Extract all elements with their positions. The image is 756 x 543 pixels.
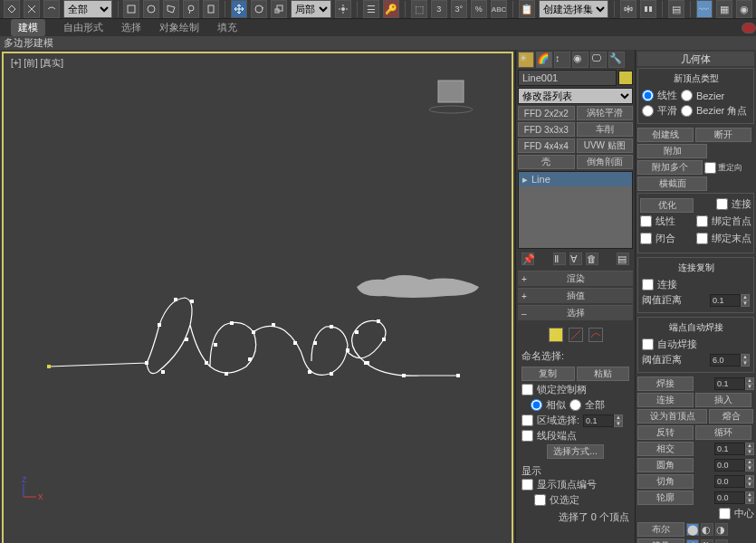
- create-tab-icon[interactable]: ☀: [518, 52, 534, 68]
- align-icon[interactable]: [640, 0, 656, 18]
- pin-stack-icon[interactable]: 📌: [522, 252, 534, 265]
- weld-button[interactable]: 焊接: [637, 376, 694, 391]
- bindlast-checkbox[interactable]: [696, 233, 708, 244]
- fuse-button[interactable]: 熔合: [709, 409, 753, 424]
- mirror-both-icon[interactable]: ⤨: [715, 539, 728, 543]
- mirror-v-icon[interactable]: ⇅: [701, 539, 713, 543]
- make-unique-icon[interactable]: ∀: [569, 252, 582, 265]
- tab-objectpaint[interactable]: 对象绘制: [159, 21, 199, 34]
- bool-button[interactable]: 布尔: [637, 522, 684, 537]
- bind-icon[interactable]: [43, 0, 60, 18]
- spinner-snap-icon[interactable]: %: [471, 0, 487, 18]
- attachmulti-button[interactable]: 附加多个: [637, 160, 703, 175]
- selonly-checkbox[interactable]: [534, 494, 546, 506]
- tab-populate[interactable]: 填充: [217, 21, 237, 34]
- weld-spinner[interactable]: [714, 377, 745, 390]
- subobj-segment-icon[interactable]: [569, 328, 583, 342]
- abc-icon[interactable]: ABC: [491, 0, 507, 18]
- similar-radio[interactable]: [531, 399, 542, 411]
- coord-dropdown[interactable]: 局部: [291, 0, 331, 18]
- object-color-swatch[interactable]: [618, 71, 633, 85]
- show-vertnum-checkbox[interactable]: [522, 479, 533, 491]
- vtype-linear-radio[interactable]: [642, 90, 654, 101]
- mod-bevelprofile[interactable]: 倒角剖面: [577, 155, 634, 169]
- curve-editor-icon[interactable]: 〰: [696, 0, 713, 18]
- cycle-button[interactable]: 循环: [695, 425, 751, 440]
- named-sel-list-icon[interactable]: 📋: [519, 0, 535, 18]
- mirror-h-icon[interactable]: ⇄: [686, 539, 699, 543]
- motion-tab-icon[interactable]: ◉: [572, 52, 589, 68]
- mod-uvwmap[interactable]: UVW 贴图: [577, 138, 634, 153]
- area-select-spinner[interactable]: [583, 414, 614, 427]
- vtype-beziercorner-radio[interactable]: [681, 105, 693, 117]
- manip-icon[interactable]: ☰: [363, 0, 379, 18]
- mirror-icon[interactable]: [620, 0, 636, 18]
- select-by-button[interactable]: 选择方式...: [547, 444, 603, 459]
- layers-icon[interactable]: ▤: [668, 0, 684, 18]
- record-toggle[interactable]: [742, 23, 756, 33]
- bindfirst-checkbox[interactable]: [696, 215, 708, 227]
- configure-icon[interactable]: ▤: [617, 252, 629, 265]
- bool-union-icon[interactable]: ⬤: [686, 523, 699, 536]
- center-checkbox[interactable]: [719, 508, 731, 519]
- keymode-icon[interactable]: 🔑: [383, 0, 399, 18]
- rollout-interp-header[interactable]: 插值: [518, 289, 633, 303]
- select-rect-icon[interactable]: [123, 0, 139, 18]
- bool-intersect-icon[interactable]: ◑: [715, 523, 728, 536]
- setfirst-button[interactable]: 设为首顶点: [637, 409, 707, 424]
- area-select-checkbox[interactable]: [522, 414, 533, 426]
- outline-button[interactable]: 轮廓: [637, 491, 694, 505]
- modify-tab-icon[interactable]: 🌈: [536, 52, 552, 68]
- mod-ffd222[interactable]: FFD 2x2x2: [518, 106, 575, 120]
- cross-spinner[interactable]: [714, 443, 745, 455]
- unlink-icon[interactable]: [24, 0, 40, 18]
- crosssection-button[interactable]: 横截面: [637, 176, 707, 191]
- rotate-icon[interactable]: [251, 0, 267, 18]
- hierarchy-tab-icon[interactable]: ↕: [554, 52, 570, 68]
- move-icon[interactable]: [231, 0, 247, 18]
- select-circle-icon[interactable]: [143, 0, 159, 18]
- bool-subtract-icon[interactable]: ◐: [701, 523, 713, 536]
- material-editor-icon[interactable]: ◉: [736, 0, 752, 18]
- named-sel-dropdown[interactable]: 创建选择集: [539, 0, 608, 18]
- copy-button[interactable]: 复制: [522, 367, 575, 381]
- break-button[interactable]: 断开: [695, 128, 751, 142]
- select-paint-icon[interactable]: [203, 0, 219, 18]
- schematic-icon[interactable]: ▦: [716, 0, 732, 18]
- mod-shell[interactable]: 壳: [518, 155, 575, 169]
- attach-button[interactable]: 附加: [637, 144, 707, 158]
- display-tab-icon[interactable]: 🖵: [590, 52, 607, 68]
- fillet-spinner[interactable]: [714, 459, 745, 472]
- tab-modeling[interactable]: 建模: [11, 19, 45, 36]
- linear-checkbox[interactable]: [640, 215, 652, 227]
- vtype-smooth-radio[interactable]: [642, 105, 654, 117]
- mod-ffd444[interactable]: FFD 4x4x4: [518, 138, 575, 153]
- mod-lathe[interactable]: 车削: [577, 122, 634, 137]
- fillet-button[interactable]: 圆角: [637, 458, 694, 472]
- reorient-checkbox[interactable]: [704, 162, 716, 174]
- select-fence-icon[interactable]: [163, 0, 179, 18]
- optimize-button[interactable]: 优化: [640, 198, 694, 213]
- modifier-stack[interactable]: ▸Line: [518, 171, 633, 249]
- object-name-field[interactable]: Line001: [518, 70, 617, 86]
- crossinsert-button[interactable]: 相交: [637, 442, 694, 456]
- createline-button[interactable]: 创建线: [637, 128, 694, 142]
- show-result-icon[interactable]: Ⅱ: [553, 252, 566, 265]
- scale-icon[interactable]: [271, 0, 287, 18]
- link-icon[interactable]: [4, 0, 20, 18]
- connect2-checkbox[interactable]: [642, 279, 654, 291]
- vtype-bezier-radio[interactable]: [681, 90, 693, 101]
- paste-button[interactable]: 粘贴: [577, 367, 630, 381]
- mod-turbosmooth[interactable]: 涡轮平滑: [577, 106, 634, 120]
- closed-checkbox[interactable]: [640, 233, 652, 244]
- pivot-icon[interactable]: [335, 0, 351, 18]
- percent-snap-icon[interactable]: 3°: [451, 0, 467, 18]
- subobj-spline-icon[interactable]: [589, 328, 603, 342]
- modifier-list-dropdown[interactable]: 修改器列表: [518, 88, 633, 104]
- all-radio[interactable]: [569, 399, 581, 411]
- utilities-tab-icon[interactable]: 🔧: [608, 52, 625, 68]
- tab-freeform[interactable]: 自由形式: [63, 21, 103, 34]
- threshdist2-spinner[interactable]: [710, 354, 741, 367]
- outline-spinner[interactable]: [714, 491, 745, 504]
- insert-button[interactable]: 插入: [695, 393, 751, 407]
